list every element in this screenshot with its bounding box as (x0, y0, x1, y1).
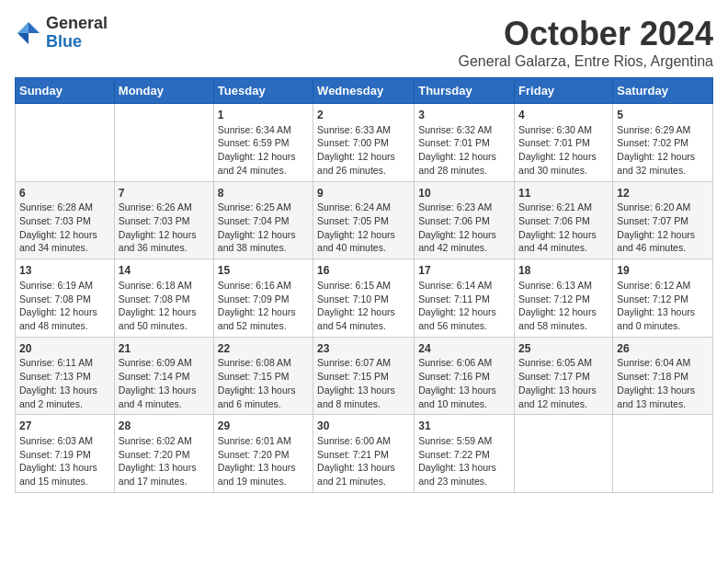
day-number: 19 (617, 263, 709, 279)
logo: General Blue (15, 15, 108, 52)
col-header-saturday: Saturday (613, 78, 713, 104)
day-number: 13 (19, 263, 110, 279)
title-block: October 2024 General Galarza, Entre Rios… (459, 15, 713, 70)
day-number: 2 (317, 108, 410, 123)
page-header: General Blue October 2024 General Galarz… (15, 15, 713, 70)
calendar-cell: 3Sunrise: 6:32 AM Sunset: 7:01 PM Daylig… (415, 104, 515, 182)
calendar-cell: 30Sunrise: 6:00 AM Sunset: 7:21 PM Dayli… (313, 415, 415, 493)
calendar-cell: 7Sunrise: 6:26 AM Sunset: 7:03 PM Daylig… (114, 181, 213, 259)
calendar-week-row: 6Sunrise: 6:28 AM Sunset: 7:03 PM Daylig… (16, 181, 713, 259)
day-info: Sunrise: 6:19 AM Sunset: 7:08 PM Dayligh… (19, 279, 110, 333)
calendar-cell: 18Sunrise: 6:13 AM Sunset: 7:12 PM Dayli… (515, 259, 613, 338)
day-number: 17 (418, 263, 510, 279)
day-number: 15 (218, 263, 309, 279)
day-number: 1 (218, 108, 309, 123)
day-number: 9 (317, 186, 410, 201)
svg-marker-0 (28, 22, 40, 33)
calendar-cell: 23Sunrise: 6:07 AM Sunset: 7:15 PM Dayli… (313, 337, 415, 415)
calendar-cell: 10Sunrise: 6:23 AM Sunset: 7:06 PM Dayli… (415, 181, 515, 259)
calendar-cell: 13Sunrise: 6:19 AM Sunset: 7:08 PM Dayli… (16, 259, 115, 338)
calendar-week-row: 27Sunrise: 6:03 AM Sunset: 7:19 PM Dayli… (16, 415, 713, 493)
day-number: 26 (617, 341, 709, 357)
calendar-cell: 15Sunrise: 6:16 AM Sunset: 7:09 PM Dayli… (213, 259, 313, 338)
calendar-week-row: 1Sunrise: 6:34 AM Sunset: 6:59 PM Daylig… (16, 104, 713, 182)
col-header-friday: Friday (515, 78, 613, 104)
col-header-thursday: Thursday (415, 78, 515, 104)
day-number: 5 (617, 108, 709, 123)
day-info: Sunrise: 6:20 AM Sunset: 7:07 PM Dayligh… (617, 201, 709, 255)
calendar-week-row: 13Sunrise: 6:19 AM Sunset: 7:08 PM Dayli… (16, 259, 713, 338)
calendar-cell: 19Sunrise: 6:12 AM Sunset: 7:12 PM Dayli… (613, 259, 713, 338)
day-info: Sunrise: 6:07 AM Sunset: 7:15 PM Dayligh… (317, 356, 410, 410)
day-number: 20 (19, 341, 110, 357)
calendar-cell: 6Sunrise: 6:28 AM Sunset: 7:03 PM Daylig… (16, 181, 115, 259)
day-number: 14 (119, 263, 210, 279)
calendar-week-row: 20Sunrise: 6:11 AM Sunset: 7:13 PM Dayli… (16, 337, 713, 415)
day-info: Sunrise: 6:12 AM Sunset: 7:12 PM Dayligh… (617, 279, 709, 333)
day-number: 18 (518, 263, 609, 279)
calendar-cell: 5Sunrise: 6:29 AM Sunset: 7:02 PM Daylig… (613, 104, 713, 182)
day-info: Sunrise: 6:32 AM Sunset: 7:01 PM Dayligh… (418, 123, 510, 178)
day-info: Sunrise: 6:34 AM Sunset: 6:59 PM Dayligh… (218, 123, 309, 178)
calendar-cell: 16Sunrise: 6:15 AM Sunset: 7:10 PM Dayli… (313, 259, 415, 338)
day-info: Sunrise: 6:02 AM Sunset: 7:20 PM Dayligh… (119, 434, 210, 488)
calendar-cell (613, 415, 713, 493)
day-number: 11 (518, 186, 609, 201)
calendar-cell: 27Sunrise: 6:03 AM Sunset: 7:19 PM Dayli… (16, 415, 115, 493)
calendar-table: SundayMondayTuesdayWednesdayThursdayFrid… (15, 77, 713, 493)
day-number: 16 (317, 263, 410, 279)
calendar-cell (114, 104, 213, 182)
day-number: 29 (218, 419, 309, 434)
col-header-monday: Monday (114, 78, 213, 104)
calendar-cell: 1Sunrise: 6:34 AM Sunset: 6:59 PM Daylig… (213, 104, 313, 182)
calendar-cell: 12Sunrise: 6:20 AM Sunset: 7:07 PM Dayli… (613, 181, 713, 259)
day-info: Sunrise: 6:08 AM Sunset: 7:15 PM Dayligh… (218, 356, 309, 410)
day-number: 28 (119, 419, 210, 434)
day-info: Sunrise: 6:04 AM Sunset: 7:18 PM Dayligh… (617, 356, 709, 410)
day-number: 22 (218, 341, 309, 357)
col-header-tuesday: Tuesday (213, 78, 313, 104)
day-info: Sunrise: 6:01 AM Sunset: 7:20 PM Dayligh… (218, 434, 309, 488)
month-title: October 2024 (459, 15, 713, 53)
day-info: Sunrise: 6:24 AM Sunset: 7:05 PM Dayligh… (317, 201, 410, 255)
day-info: Sunrise: 6:15 AM Sunset: 7:10 PM Dayligh… (317, 279, 410, 333)
logo-blue-text: Blue (46, 32, 82, 51)
day-number: 24 (418, 341, 510, 357)
calendar-cell: 25Sunrise: 6:05 AM Sunset: 7:17 PM Dayli… (515, 337, 613, 415)
day-number: 12 (617, 186, 709, 201)
day-number: 27 (19, 419, 110, 434)
day-number: 25 (518, 341, 609, 357)
calendar-cell: 17Sunrise: 6:14 AM Sunset: 7:11 PM Dayli… (415, 259, 515, 338)
day-info: Sunrise: 6:21 AM Sunset: 7:06 PM Dayligh… (518, 201, 609, 255)
day-number: 4 (518, 108, 609, 123)
calendar-cell: 4Sunrise: 6:30 AM Sunset: 7:01 PM Daylig… (515, 104, 613, 182)
col-header-sunday: Sunday (16, 78, 115, 104)
day-number: 23 (317, 341, 410, 357)
day-info: Sunrise: 5:59 AM Sunset: 7:22 PM Dayligh… (418, 434, 510, 488)
svg-marker-1 (17, 22, 28, 33)
day-info: Sunrise: 6:33 AM Sunset: 7:00 PM Dayligh… (317, 123, 410, 178)
calendar-cell (515, 415, 613, 493)
day-info: Sunrise: 6:06 AM Sunset: 7:16 PM Dayligh… (418, 356, 510, 410)
day-info: Sunrise: 6:18 AM Sunset: 7:08 PM Dayligh… (119, 279, 210, 333)
calendar-header-row: SundayMondayTuesdayWednesdayThursdayFrid… (16, 78, 713, 104)
day-info: Sunrise: 6:25 AM Sunset: 7:04 PM Dayligh… (218, 201, 309, 255)
calendar-cell (16, 104, 115, 182)
calendar-cell: 8Sunrise: 6:25 AM Sunset: 7:04 PM Daylig… (213, 181, 313, 259)
day-info: Sunrise: 6:30 AM Sunset: 7:01 PM Dayligh… (518, 123, 609, 178)
day-number: 10 (418, 186, 510, 201)
day-info: Sunrise: 6:03 AM Sunset: 7:19 PM Dayligh… (19, 434, 110, 488)
day-number: 6 (19, 186, 110, 201)
day-info: Sunrise: 6:11 AM Sunset: 7:13 PM Dayligh… (19, 356, 110, 410)
day-number: 3 (418, 108, 510, 123)
calendar-cell: 20Sunrise: 6:11 AM Sunset: 7:13 PM Dayli… (16, 337, 115, 415)
calendar-cell: 24Sunrise: 6:06 AM Sunset: 7:16 PM Dayli… (415, 337, 515, 415)
col-header-wednesday: Wednesday (313, 78, 415, 104)
day-info: Sunrise: 6:14 AM Sunset: 7:11 PM Dayligh… (418, 279, 510, 333)
logo-icon (15, 19, 42, 47)
calendar-cell: 26Sunrise: 6:04 AM Sunset: 7:18 PM Dayli… (613, 337, 713, 415)
day-number: 31 (418, 419, 510, 434)
day-number: 8 (218, 186, 309, 201)
calendar-cell: 28Sunrise: 6:02 AM Sunset: 7:20 PM Dayli… (114, 415, 213, 493)
day-number: 30 (317, 419, 410, 434)
